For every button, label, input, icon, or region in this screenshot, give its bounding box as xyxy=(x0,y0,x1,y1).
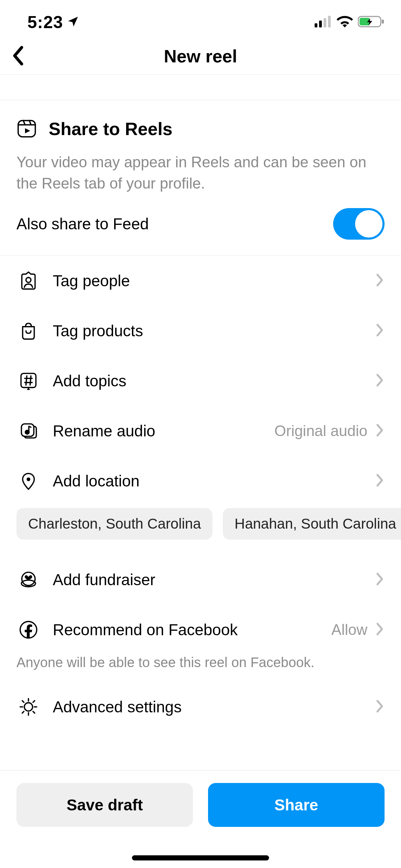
add-fundraiser-label: Add fundraiser xyxy=(53,570,155,589)
rename-audio-row[interactable]: Rename audio Original audio xyxy=(0,406,401,456)
svg-line-28 xyxy=(22,701,24,702)
recommend-on-facebook-label: Recommend on Facebook xyxy=(53,620,238,639)
svg-rect-1 xyxy=(319,21,322,27)
svg-point-11 xyxy=(26,278,31,283)
share-to-reels-description: Your video may appear in Reels and can b… xyxy=(16,152,385,194)
rename-audio-value: Original audio xyxy=(275,422,368,439)
svg-line-29 xyxy=(33,711,35,713)
hashtag-icon xyxy=(16,371,40,391)
advanced-settings-row[interactable]: Advanced settings xyxy=(0,681,401,733)
chevron-right-icon xyxy=(375,423,385,438)
rename-audio-label: Rename audio xyxy=(53,422,155,440)
chevron-left-icon xyxy=(11,45,25,66)
gear-icon xyxy=(16,697,40,717)
svg-line-16 xyxy=(30,376,31,385)
status-time: 5:23 xyxy=(27,12,80,32)
recommend-on-facebook-description: Anyone will be able to see this reel on … xyxy=(0,655,401,681)
status-bar: 5:23 xyxy=(0,0,401,38)
svg-line-30 xyxy=(33,701,35,702)
chevron-right-icon xyxy=(375,373,385,388)
save-draft-button[interactable]: Save draft xyxy=(16,783,193,827)
svg-rect-0 xyxy=(315,23,317,27)
separator-strip xyxy=(0,75,401,100)
nav-bar: New reel xyxy=(0,38,401,75)
bottom-action-bar: Save draft Share xyxy=(0,770,401,868)
recommend-on-facebook-row[interactable]: Recommend on Facebook Allow xyxy=(0,605,401,655)
person-tag-icon xyxy=(16,271,40,291)
location-chip[interactable]: Charleston, South Carolina xyxy=(16,508,212,540)
svg-point-18 xyxy=(25,430,29,434)
cellular-signal-icon xyxy=(315,16,332,29)
back-button[interactable] xyxy=(7,41,29,71)
reels-icon xyxy=(16,118,37,140)
svg-rect-6 xyxy=(382,20,384,24)
tag-products-row[interactable]: Tag products xyxy=(0,306,401,356)
svg-line-15 xyxy=(26,376,27,385)
share-to-reels-title: Share to Reels xyxy=(49,119,172,139)
tag-people-row[interactable]: Tag people xyxy=(0,256,401,306)
svg-rect-12 xyxy=(21,373,36,387)
status-time-text: 5:23 xyxy=(27,12,63,32)
svg-rect-2 xyxy=(324,18,326,27)
svg-point-23 xyxy=(24,703,33,711)
chevron-right-icon xyxy=(375,273,385,288)
advanced-settings-label: Advanced settings xyxy=(53,698,182,716)
shopping-bag-icon xyxy=(16,321,40,341)
chevron-right-icon xyxy=(375,699,385,714)
tag-products-label: Tag products xyxy=(53,322,143,340)
location-chip[interactable]: Hanahan, South Carolina xyxy=(223,508,401,540)
svg-rect-7 xyxy=(18,121,35,137)
also-share-to-feed-row: Also share to Feed xyxy=(0,194,401,256)
audio-icon xyxy=(16,421,40,441)
add-fundraiser-row[interactable]: Add fundraiser xyxy=(0,555,401,605)
add-topics-row[interactable]: Add topics xyxy=(0,356,401,406)
chevron-right-icon xyxy=(375,473,385,489)
fundraiser-icon xyxy=(16,570,40,590)
home-indicator xyxy=(132,855,269,860)
chevron-right-icon xyxy=(375,323,385,338)
location-pin-icon xyxy=(16,471,40,491)
tag-people-label: Tag people xyxy=(53,272,130,290)
wifi-icon xyxy=(337,16,353,29)
share-button[interactable]: Share xyxy=(208,783,385,827)
also-share-to-feed-toggle[interactable] xyxy=(333,208,385,240)
toggle-knob xyxy=(355,210,382,238)
share-to-reels-section: Share to Reels Your video may appear in … xyxy=(0,100,401,194)
svg-line-31 xyxy=(22,711,24,713)
location-suggestions: Charleston, South Carolina Hanahan, Sout… xyxy=(0,506,401,555)
also-share-to-feed-label: Also share to Feed xyxy=(16,215,149,233)
chevron-right-icon xyxy=(375,622,385,637)
svg-point-19 xyxy=(27,478,29,481)
page-title: New reel xyxy=(164,46,237,67)
recommend-on-facebook-value: Allow xyxy=(331,621,367,638)
location-services-icon xyxy=(66,12,80,32)
add-location-row[interactable]: Add location xyxy=(0,456,401,506)
facebook-icon xyxy=(16,620,40,640)
battery-charging-icon xyxy=(358,15,385,29)
chevron-right-icon xyxy=(375,572,385,587)
svg-rect-3 xyxy=(328,16,331,27)
add-topics-label: Add topics xyxy=(53,372,126,390)
add-location-label: Add location xyxy=(53,472,139,490)
